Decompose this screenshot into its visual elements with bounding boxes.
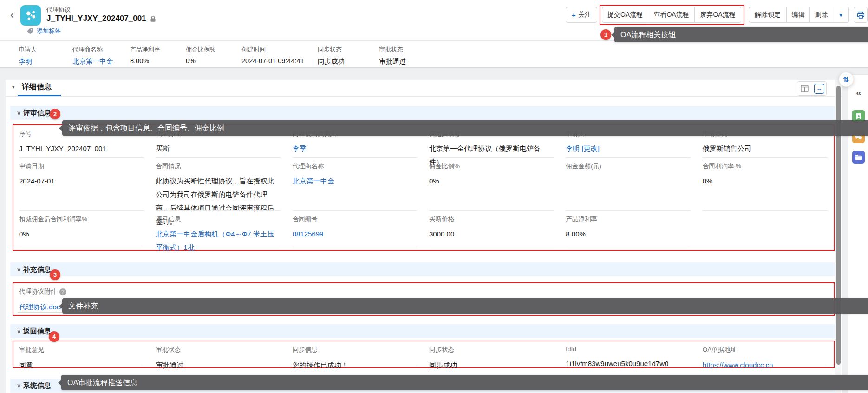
view-oa-button[interactable]: 查看OA流程 — [648, 7, 695, 23]
record-title: J_TYHI_YJXY_202407_001 — [46, 14, 156, 23]
annotation-tooltip-2: 评审依据，包含项目信息、合同编号、佣金比例 — [62, 120, 868, 136]
chevron-down-icon: ∨ — [17, 266, 21, 273]
printer-icon — [857, 11, 865, 19]
annotation-badge-4: 4 — [49, 331, 59, 342]
return-row: 审批意见 同意 审批状态 审批通过 同步信息 您的操作已成功！ 同步状态 同步成… — [13, 341, 834, 367]
chevron-down-icon: ∨ — [17, 382, 21, 389]
help-icon[interactable]: ? — [59, 288, 66, 295]
collapse-triangle-icon[interactable]: ▾ — [12, 84, 15, 90]
annotation-tooltip-4: OA审批流程推送信息 — [61, 375, 868, 390]
annotation-tooltip-1: OA流程相关按钮 — [614, 27, 868, 42]
swap-vertical-icon: ⇅ — [843, 75, 849, 84]
back-icon[interactable]: ‹ — [7, 8, 18, 21]
record-action-group: 解除锁定 编辑 删除 ▾ — [749, 7, 849, 23]
internal-owner-link[interactable]: 李季 — [293, 142, 417, 155]
summary-net-margin: 产品净利率 8.00% — [130, 46, 160, 65]
field-empty — [697, 211, 834, 250]
view-switch-group: ↔ — [797, 81, 827, 96]
molecule-icon — [25, 9, 37, 22]
swap-panel-button[interactable]: ⇅ — [839, 72, 854, 87]
applicant-link[interactable]: 李明 — [19, 57, 37, 66]
field-contract-profit-rate: 合同利润率 % 0% — [697, 158, 834, 211]
field-buyout-price: 买断价格 3000.00 — [424, 211, 560, 250]
field-commission-ratio: 佣金比例% 0% — [424, 158, 560, 211]
field-contract-number: 合同编号 08125699 — [287, 211, 424, 250]
section-header-return[interactable]: ∨ 返回信息 — [10, 324, 836, 338]
annotation-box-review: 序号 J_TYHI_YJXY_202407_001 代理方式 买断 内设机构负责… — [13, 124, 835, 251]
add-tag[interactable]: 添加标签 — [27, 27, 61, 35]
annotation-badge-3: 3 — [50, 269, 60, 280]
plus-icon: + — [572, 11, 576, 19]
summary-approval-status: 审批状态 审批通过 — [379, 46, 406, 66]
summary-strip: 申请人 李明 代理商名称 北京第一中金 产品净利率 8.00% 佣金比例% 0%… — [0, 41, 868, 68]
summary-sync-status: 同步状态 同步成功 — [318, 46, 345, 66]
more-actions-button[interactable]: ▾ — [833, 7, 849, 23]
summary-created-time: 创建时间 2024-07-01 09:44:41 — [241, 46, 304, 65]
add-tag-label: 添加标签 — [37, 27, 61, 35]
attachment-file-link[interactable]: 代理协议.docx — [19, 300, 64, 314]
print-button[interactable] — [854, 7, 868, 23]
annotation-box-return: 审批意见 同意 审批状态 审批通过 同步信息 您的操作已成功！ 同步状态 同步成… — [13, 341, 835, 368]
detail-content: ∨ 评审信息 序号 J_TYHI_YJXY_202407_001 代理方式 买断… — [10, 106, 836, 393]
annotation-badge-1: 1 — [600, 29, 611, 40]
edit-button[interactable]: 编辑 — [787, 7, 810, 23]
applicant-change-link[interactable]: 李明 [更改] — [566, 142, 690, 155]
summary-agent-name: 代理商名称 北京第一中金 — [72, 46, 113, 66]
agent-name-link[interactable]: 北京第一中金 — [293, 174, 417, 188]
layout-icon — [801, 85, 809, 92]
field-sync-status: 同步状态 同步成功 — [424, 341, 560, 367]
chevron-down-icon: ∨ — [17, 328, 21, 334]
field-contract-situation: 合同情况 此协议为买断性代理协议，旨在授权此公司为我司在俄罗斯的电铲备件代理商，… — [150, 158, 287, 211]
review-row-2: 申请日期 2024-07-01 合同情况 此协议为买断性代理协议，旨在授权此公司… — [13, 158, 834, 211]
tab-detail[interactable]: 详细信息 — [22, 82, 52, 92]
follow-button[interactable]: + 关注 — [566, 7, 597, 23]
oa-url-link[interactable]: https://www.cloudcc.cn — [703, 358, 827, 372]
fit-width-button[interactable]: ↔ — [812, 82, 826, 95]
tag-icon — [27, 28, 33, 34]
submit-oa-button[interactable]: 提交OA流程 — [602, 7, 648, 23]
lock-icon — [150, 15, 156, 22]
folder-icon[interactable] — [852, 151, 865, 164]
summary-applicant: 申请人 李明 — [19, 46, 37, 66]
object-app-icon — [20, 5, 41, 26]
section-header-review[interactable]: ∨ 评审信息 — [10, 106, 836, 120]
delete-button[interactable]: 删除 — [810, 7, 833, 23]
field-commission-amount: 佣金金额(元) — [560, 158, 697, 211]
collapse-sidebar-icon[interactable]: « — [848, 87, 868, 98]
contract-number-link[interactable]: 08125699 — [293, 227, 417, 241]
field-oa-url: OA单据地址 https://www.cloudcc.cn — [697, 341, 834, 367]
section-header-supplement[interactable]: ∨ 补充信息 — [10, 262, 836, 276]
agent-link[interactable]: 北京第一中金 — [72, 57, 113, 66]
field-sync-message: 同步信息 您的操作已成功！ — [287, 341, 424, 367]
field-profit-rate-after-commission: 扣减佣金后合同利润率% 0% — [13, 211, 150, 250]
tab-row: ▾ 详细信息 ↔ — [6, 80, 842, 97]
annotation-badge-2: 2 — [50, 109, 60, 119]
chevron-down-icon: ∨ — [17, 110, 21, 116]
layout-view-button[interactable] — [797, 82, 812, 95]
field-agreement-attachment: 代理协议附件 ? — [19, 288, 66, 296]
oa-button-group: 提交OA流程 查看OA流程 废弃OA流程 — [602, 7, 741, 23]
caret-down-icon: ▾ — [839, 12, 842, 19]
object-type-label: 代理协议 — [46, 6, 71, 14]
field-approval-status: 审批状态 审批通过 — [150, 341, 287, 367]
field-approval-opinion: 审批意见 同意 — [13, 341, 150, 367]
discard-oa-button[interactable]: 废弃OA流程 — [695, 7, 741, 23]
field-fdid: fdId 1i1lvfm83w9uweu5k0u9ue1d7w0 — [560, 341, 697, 367]
field-agent-name: 代理商名称 北京第一中金 — [287, 158, 424, 211]
active-tab-underline — [18, 95, 61, 96]
fit-width-icon: ↔ — [814, 84, 824, 94]
field-product-net-margin: 产品净利率 8.00% — [560, 211, 697, 250]
field-apply-date: 申请日期 2024-07-01 — [13, 158, 150, 211]
project-info-link[interactable]: 北京第一中金盾构机（Φ4～Φ7 米土压平衡式）1批 — [156, 227, 280, 254]
field-project-info: 项目信息 北京第一中金盾构机（Φ4～Φ7 米土压平衡式）1批 — [150, 211, 287, 250]
annotation-tooltip-3: 文件补充 — [62, 298, 868, 314]
review-row-3: 扣减佣金后合同利润率% 0% 项目信息 北京第一中金盾构机（Φ4～Φ7 米土压平… — [13, 211, 834, 250]
unlock-button[interactable]: 解除锁定 — [749, 7, 787, 23]
summary-commission-ratio: 佣金比例% 0% — [186, 46, 215, 65]
